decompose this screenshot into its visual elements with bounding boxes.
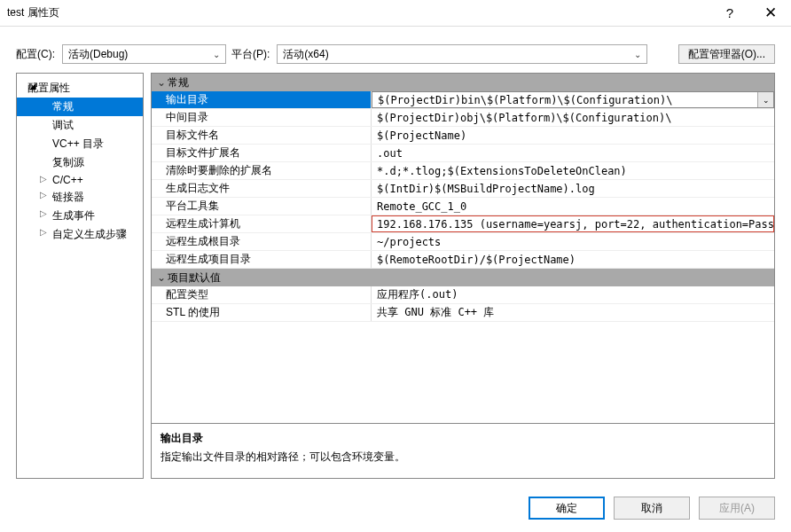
arrow-closed-icon: ▷ [40,190,47,200]
config-dropdown[interactable]: 活动(Debug) ⌄ [62,44,226,64]
grid-row[interactable]: 输出目录$(ProjectDir)bin\$(Platform)\$(Confi… [152,91,774,109]
property-value[interactable]: ~/projects [372,233,774,250]
property-value[interactable]: .out [372,145,774,161]
property-name: 中间目录 [152,109,372,126]
titlebar: test 属性页 ? ✕ [0,0,791,27]
property-value[interactable]: *.d;*.tlog;$(ExtensionsToDeleteOnClean) [372,162,774,179]
description-title: 输出目录 [161,431,765,446]
property-value[interactable]: $(RemoteRootDir)/$(ProjectName) [372,251,774,268]
grid-row[interactable]: 目标文件名$(ProjectName) [152,127,774,145]
grid-row[interactable]: 生成日志文件$(IntDir)$(MSBuildProjectName).log [152,180,774,198]
tree-item[interactable]: ◢配置属性 [17,79,143,98]
chevron-down-icon: ⌄ [213,50,220,59]
tree-item[interactable]: ▷链接器 [17,188,143,207]
grid-row[interactable]: 中间目录$(ProjectDir)obj\$(Platform)\$(Confi… [152,109,774,127]
collapse-icon: ⌄ [155,76,168,89]
description-text: 指定输出文件目录的相对路径；可以包含环境变量。 [161,450,765,465]
tree-item[interactable]: ▷生成事件 [17,207,143,225]
property-name: 配置类型 [152,286,372,303]
dialog-buttons: 确定 取消 应用(A) [529,497,775,520]
property-name: 目标文件名 [152,127,372,144]
property-value[interactable]: $(IntDir)$(MSBuildProjectName).log [372,180,774,197]
property-value[interactable]: $(ProjectDir)obj\$(Platform)\$(Configura… [372,109,774,126]
arrow-closed-icon: ▷ [40,208,47,218]
property-value[interactable]: 应用程序(.out) [372,286,774,303]
property-grid: ⌄ 常规输出目录$(ProjectDir)bin\$(Platform)\$(C… [151,73,775,479]
property-name: 远程生成计算机 [152,215,372,232]
apply-button[interactable]: 应用(A) [699,497,775,520]
config-label: 配置(C): [16,47,55,62]
config-row: 配置(C): 活动(Debug) ⌄ 平台(P): 活动(x64) ⌄ 配置管理… [0,27,791,73]
arrow-closed-icon: ▷ [40,227,47,237]
grid-row[interactable]: 远程生成项目目录$(RemoteRootDir)/$(ProjectName) [152,251,774,269]
chevron-down-icon[interactable]: ⌄ [757,92,773,107]
grid-row[interactable]: 清除时要删除的扩展名*.d;*.tlog;$(ExtensionsToDelet… [152,162,774,180]
property-name: 目标文件扩展名 [152,145,372,161]
property-name: 远程生成根目录 [152,233,372,250]
grid-row[interactable]: 目标文件扩展名.out [152,145,774,162]
property-name: 平台工具集 [152,198,372,215]
cancel-button[interactable]: 取消 [614,497,690,520]
tree-item[interactable]: ▷自定义生成步骤 [17,225,143,244]
help-button[interactable]: ? [709,0,750,27]
config-manager-button[interactable]: 配置管理器(O)... [678,44,775,64]
property-value[interactable]: $(ProjectName) [372,127,774,144]
grid-row[interactable]: 远程生成根目录~/projects [152,233,774,251]
tree-item[interactable]: ▷C/C++ [17,172,143,188]
grid-row[interactable]: 配置类型应用程序(.out) [152,286,774,304]
close-button[interactable]: ✕ [750,0,791,27]
property-value[interactable]: $(ProjectDir)bin\$(Platform)\$(Configura… [372,91,774,108]
grid-row[interactable]: 平台工具集Remote_GCC_1_0 [152,198,774,215]
chevron-down-icon: ⌄ [634,50,641,59]
property-value[interactable]: 192.168.176.135 (username=yearsj, port=2… [372,215,774,232]
property-name: 清除时要删除的扩展名 [152,162,372,179]
grid-section-header[interactable]: ⌄ 项目默认值 [152,269,774,286]
collapse-icon: ⌄ [155,271,168,284]
ok-button[interactable]: 确定 [529,497,605,520]
tree-item[interactable]: 调试 [17,116,143,135]
grid-row[interactable]: 远程生成计算机192.168.176.135 (username=yearsj,… [152,215,774,233]
property-value[interactable]: 共享 GNU 标准 C++ 库 [372,304,774,321]
description-panel: 输出目录 指定输出文件目录的相对路径；可以包含环境变量。 [152,423,774,478]
property-value[interactable]: Remote_GCC_1_0 [372,198,774,215]
nav-tree: ◢配置属性常规调试VC++ 目录复制源▷C/C++▷链接器▷生成事件▷自定义生成… [16,73,144,479]
property-name: STL 的使用 [152,304,372,321]
platform-dropdown[interactable]: 活动(x64) ⌄ [277,44,647,64]
arrow-closed-icon: ▷ [40,174,47,184]
property-name: 输出目录 [152,91,372,108]
grid-section-header[interactable]: ⌄ 常规 [152,74,774,91]
grid-row[interactable]: STL 的使用共享 GNU 标准 C++ 库 [152,304,774,322]
tree-item[interactable]: 常规 [17,98,143,116]
property-name: 远程生成项目目录 [152,251,372,268]
arrow-open-icon: ◢ [29,81,36,90]
tree-item[interactable]: 复制源 [17,153,143,172]
window-title: test 属性页 [7,5,709,20]
property-name: 生成日志文件 [152,180,372,197]
platform-label: 平台(P): [231,47,270,62]
tree-item[interactable]: VC++ 目录 [17,135,143,153]
